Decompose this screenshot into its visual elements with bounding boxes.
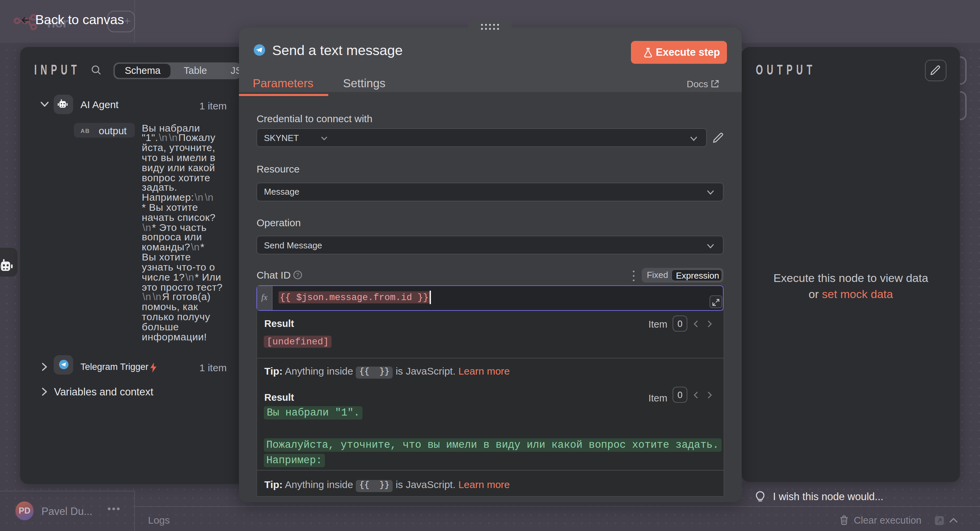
svg-text:?: ? [296, 272, 299, 278]
